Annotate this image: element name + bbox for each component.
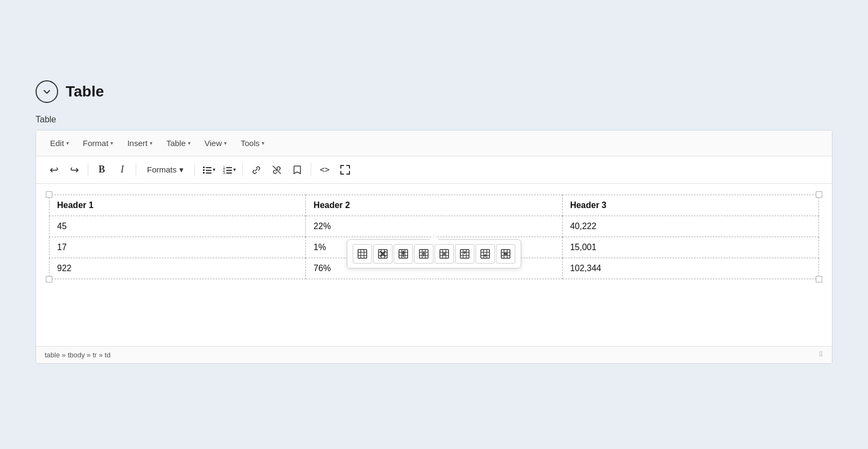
table-handle-bottom-right[interactable] (816, 276, 822, 282)
bullet-list-button[interactable]: ▾ (199, 161, 218, 179)
svg-rect-3 (206, 170, 212, 171)
page-title: Table (66, 83, 104, 100)
table-cell-r3c1[interactable]: 922 (50, 258, 306, 279)
insert-row-above-button[interactable] (455, 244, 474, 264)
table-header-row: Header 1 Header 2 Header 3 (50, 195, 819, 216)
table-cell-r2c3[interactable]: 15,001 (562, 237, 818, 258)
delete-row-button[interactable] (496, 244, 515, 264)
bookmark-button[interactable] (288, 161, 306, 179)
toolbar-separator-2 (136, 163, 136, 176)
edit-caret-icon: ▾ (66, 140, 69, 146)
title-bar: Table (36, 80, 832, 103)
toolbar-separator-5 (311, 163, 311, 176)
toolbar-separator-3 (194, 163, 195, 176)
insert-caret-icon: ▾ (150, 140, 152, 146)
numbered-list-button[interactable]: 1. 2. 3. ▾ (220, 161, 238, 179)
status-bar: table » tbody » tr » td ⠿ (36, 346, 832, 363)
table-row: 45 22% 40,222 (50, 216, 819, 237)
bold-button[interactable]: B (93, 161, 111, 179)
table-cell-r2c1[interactable]: 17 (50, 237, 306, 258)
svg-rect-13 (358, 250, 367, 258)
formats-caret-icon: ▾ (179, 165, 184, 175)
insert-row-below-button[interactable] (475, 244, 495, 264)
italic-button[interactable]: I (113, 161, 131, 179)
undo-button[interactable]: ↩ (45, 161, 63, 179)
svg-rect-0 (203, 167, 205, 168)
svg-rect-11 (226, 172, 232, 174)
menu-edit[interactable]: Edit ▾ (45, 136, 74, 150)
svg-rect-4 (203, 172, 205, 174)
delete-column-2-button[interactable] (435, 244, 454, 264)
editor-wrapper: Edit ▾ Format ▾ Insert ▾ Table ▾ View ▾ … (36, 130, 832, 364)
toolbar: ↩ ↪ B I Formats ▾ (36, 156, 832, 184)
svg-rect-5 (206, 172, 212, 174)
toolbar-separator-1 (88, 163, 88, 176)
table-caret-icon: ▾ (188, 140, 191, 146)
tools-caret-icon: ▾ (262, 140, 264, 146)
toolbar-separator-4 (242, 163, 243, 176)
redo-button[interactable]: ↪ (65, 161, 83, 179)
table-header-1[interactable]: Header 1 (50, 195, 306, 216)
menu-view[interactable]: View ▾ (199, 136, 232, 150)
svg-text:3.: 3. (223, 171, 226, 175)
insert-column-before-button[interactable] (414, 244, 433, 264)
menu-bar: Edit ▾ Format ▾ Insert ▾ Table ▾ View ▾ … (36, 130, 832, 156)
table-header-2[interactable]: Header 2 (306, 195, 562, 216)
formats-dropdown[interactable]: Formats ▾ (141, 162, 190, 177)
menu-table[interactable]: Table ▾ (161, 136, 196, 150)
breadcrumb: table » tbody » tr » td (45, 351, 110, 359)
delete-table-button[interactable] (373, 244, 393, 264)
table-props-button[interactable] (353, 244, 372, 264)
table-handle-top-left[interactable] (46, 191, 52, 198)
menu-format[interactable]: Format ▾ (78, 136, 119, 150)
table-cell-r1c2[interactable]: 22% (306, 216, 562, 237)
table-handle-bottom-left[interactable] (46, 276, 52, 282)
unlink-button[interactable] (268, 161, 286, 179)
delete-column-button[interactable] (394, 244, 413, 264)
resize-handle-icon[interactable]: ⠿ (818, 351, 823, 358)
menu-insert[interactable]: Insert ▾ (122, 136, 158, 150)
svg-rect-1 (206, 167, 212, 168)
table-header-3[interactable]: Header 3 (562, 195, 818, 216)
svg-rect-2 (203, 169, 205, 171)
collapse-button[interactable] (36, 80, 58, 103)
menu-tools[interactable]: Tools ▾ (235, 136, 270, 150)
svg-rect-7 (226, 167, 232, 168)
table-cell-r1c3[interactable]: 40,222 (562, 216, 818, 237)
page-container: Table Table Edit ▾ Format ▾ Insert ▾ Tab… (19, 70, 849, 380)
code-button[interactable]: <> (316, 161, 334, 179)
link-button[interactable] (247, 161, 265, 179)
section-label: Table (36, 115, 832, 125)
table-container: Header 1 Header 2 Header 3 45 22% 40,222… (49, 195, 819, 279)
floating-table-toolbar (347, 239, 521, 268)
svg-rect-9 (226, 170, 232, 171)
table-handle-top-right[interactable] (816, 191, 822, 198)
fullscreen-button[interactable] (336, 161, 354, 179)
content-area: Header 1 Header 2 Header 3 45 22% 40,222… (36, 184, 832, 346)
format-caret-icon: ▾ (110, 140, 113, 146)
view-caret-icon: ▾ (224, 140, 227, 146)
table-cell-r1c1[interactable]: 45 (50, 216, 306, 237)
table-cell-r3c3[interactable]: 102,344 (562, 258, 818, 279)
